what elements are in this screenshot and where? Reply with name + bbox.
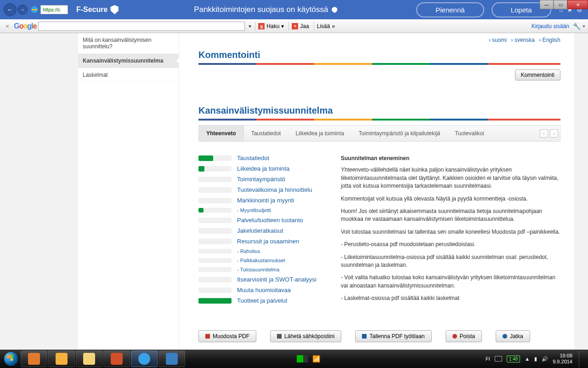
progress-row: Muuta huomioitavaa <box>198 287 327 293</box>
tab-scroll-left[interactable]: ‹ <box>540 129 548 138</box>
progress-bar <box>198 218 232 223</box>
start-button[interactable] <box>2 350 20 368</box>
progress-label-link[interactable]: Liikeidea ja toiminta <box>237 165 289 172</box>
progress-row: Rahoitus <box>198 248 327 254</box>
keyboard-icon[interactable] <box>495 356 502 362</box>
info-text: Huom! Jos olet siirtänyt aikaisemmasta s… <box>341 207 560 224</box>
continue-button[interactable]: Jatka <box>496 330 530 342</box>
info-text: Voit tulostaa suunnitelmasi tai tallenta… <box>341 228 560 236</box>
progress-label-link[interactable]: Palvelu/tuotteen tuotanto <box>237 217 303 224</box>
progress-label-link[interactable]: Tuotteet ja palvelut <box>237 297 287 304</box>
network-icon[interactable]: 📶 <box>312 355 320 362</box>
action-buttons: Muodosta PDF Lähetä sähköpostiini Tallen… <box>198 330 560 342</box>
progress-label-link[interactable]: Tuotevalikoima ja hinnoittelu <box>237 186 312 193</box>
progress-label-link[interactable]: Taustatiedot <box>237 155 269 161</box>
lisaa-button[interactable]: Lisää» <box>314 22 338 31</box>
section-kommentointi-title: Kommentointi <box>198 50 560 60</box>
lang-fi[interactable]: suomi <box>489 37 507 43</box>
progress-label-link[interactable]: Resurssit ja osaaminen <box>237 238 299 245</box>
progress-label-link[interactable]: Jakelutieratkaisut <box>237 227 283 234</box>
google-logo: Google <box>14 22 36 30</box>
browser-back-button[interactable]: ← <box>4 3 17 16</box>
info-text: Kommentoijat voit kutsua yllä olevasta N… <box>341 195 560 203</box>
progress-row: Tuotevalikoima ja hinnoittelu <box>198 186 327 193</box>
progress-label-link[interactable]: Markkinointi ja myynti <box>237 197 294 204</box>
wrench-icon[interactable]: 🔧 <box>571 23 581 30</box>
kommentointi-button[interactable]: Kommentointi <box>515 69 560 80</box>
progress-label-link[interactable]: Rahoitus <box>237 248 260 254</box>
tab-liikeidea[interactable]: Liikeidea ja toiminta <box>288 126 351 141</box>
tray-clock[interactable]: 18:08 9.9.2014 <box>553 353 572 365</box>
progress-bar <box>198 298 232 304</box>
continue-icon <box>503 334 507 339</box>
toolbar-close-button[interactable]: × <box>3 23 12 30</box>
lang-sv[interactable]: svenska <box>511 37 535 43</box>
delete-icon <box>452 334 457 339</box>
progress-row: Resurssit ja osaaminen <box>198 238 327 245</box>
progress-label-link[interactable]: Myyntibudjetti <box>237 207 271 213</box>
google-search-input[interactable] <box>38 22 245 31</box>
progress-bar <box>198 288 232 293</box>
save-button[interactable]: Tallenna PDF työtilaan <box>355 330 431 342</box>
haku-button[interactable]: gHaku▾ <box>255 22 287 31</box>
window-minimize-button[interactable]: — <box>540 0 554 9</box>
google-signin-link[interactable]: Kirjaudu sisään <box>531 23 569 29</box>
jaa-button[interactable]: +Jaa <box>288 22 311 31</box>
tab-taustatiedot[interactable]: Taustatiedot <box>244 126 288 141</box>
tab-scroll-right[interactable]: › <box>550 129 558 138</box>
tab-toimintaymparisto[interactable]: Toimintaympäristö ja kilpailutekijä <box>351 126 447 141</box>
address-bar-fragment[interactable]: https://c <box>40 5 68 14</box>
taskbar-app-lync[interactable] <box>158 351 185 367</box>
sidebar: Mitä on kansainvälistymisen suunnittelu?… <box>78 33 179 350</box>
sidebar-item-plan[interactable]: Kansainvälistymissuunnitelma <box>78 54 179 68</box>
progress-label-link[interactable]: Toimintaympäristö <box>237 176 285 183</box>
progress-row: Palvelu/tuotteen tuotanto <box>198 217 327 224</box>
progress-label-link[interactable]: Itsearviointi ja SWOT-analyysi <box>237 276 317 283</box>
progress-label-link[interactable]: Tulossuunnitelma <box>237 267 279 272</box>
window-close-button[interactable]: ✕ <box>567 0 588 9</box>
progress-label-link[interactable]: Palkkakustannukset <box>237 258 285 263</box>
pdf-button[interactable]: Muodosta PDF <box>198 330 256 342</box>
taskbar-app-sharepoint[interactable] <box>21 351 47 367</box>
taskbar-app-ie[interactable] <box>131 351 158 367</box>
taskbar-app-outlook[interactable] <box>48 351 75 367</box>
info-panel: Suunnitelman eteneminen Yhteenveto-välil… <box>341 155 560 308</box>
delete-button[interactable]: Poista <box>446 330 482 342</box>
tray-flag-icon[interactable]: ▲ <box>525 356 530 362</box>
sidebar-item-intro[interactable]: Mitä on kansainvälistymisen suunnittelu? <box>78 33 179 54</box>
sidebar-item-calculations[interactable]: Laskelmat <box>78 68 179 82</box>
tray-language[interactable]: FI <box>486 356 490 362</box>
lang-en[interactable]: English <box>539 37 560 43</box>
search-dropdown[interactable]: ▾ <box>247 23 253 29</box>
google-toolbar: × Google ▾ gHaku▾ +Jaa Lisää» Kirjaudu s… <box>0 19 588 33</box>
progress-bar <box>198 228 232 234</box>
taskbar-app-powerpoint[interactable] <box>103 351 130 367</box>
progress-row: Toimintaympäristö <box>198 176 327 183</box>
tray-volume-icon[interactable]: 🔊 <box>542 356 548 362</box>
browser-forward-button[interactable]: → <box>17 5 28 15</box>
ie-icon <box>30 6 39 14</box>
progress-bar <box>198 208 232 213</box>
email-button[interactable]: Lähetä sähköpostiini <box>270 330 341 342</box>
progress-row: Myyntibudjetti <box>198 207 327 213</box>
tab-bar: Yhteenveto Taustatiedot Liikeidea ja toi… <box>198 125 560 142</box>
info-heading: Suunnitelman eteneminen <box>341 155 560 162</box>
tray-network-icon[interactable]: ▮ <box>534 356 537 362</box>
tab-yhteenveto[interactable]: Yhteenveto <box>199 126 244 141</box>
fsecure-message: Pankkitoimintojen suojaus on käytössä <box>119 5 413 14</box>
windows-orb-icon <box>4 351 18 366</box>
signal-icon[interactable] <box>297 355 308 362</box>
progress-row: Jakelutieratkaisut <box>198 227 327 234</box>
tab-tuotevalikoima[interactable]: Tuotevalikoi <box>447 126 492 141</box>
progress-bar <box>198 239 232 244</box>
battery-indicator[interactable]: 1:48 <box>507 356 520 362</box>
progress-bar <box>198 198 232 203</box>
window-maximize-button[interactable]: ▭ <box>554 0 567 9</box>
progress-label-link[interactable]: Muuta huomioitavaa <box>237 287 291 293</box>
page-right-margin <box>574 33 588 350</box>
taskbar-app-explorer[interactable] <box>76 351 102 367</box>
info-text: - Liiketoimintasuunnitelma-osiossa pdf s… <box>341 253 560 270</box>
fsecure-minimize-button[interactable]: Pienennä <box>416 2 484 17</box>
fsecure-banner: ← → https://c F-Secure Pankkitoimintojen… <box>0 0 588 19</box>
show-desktop-button[interactable] <box>579 351 583 367</box>
